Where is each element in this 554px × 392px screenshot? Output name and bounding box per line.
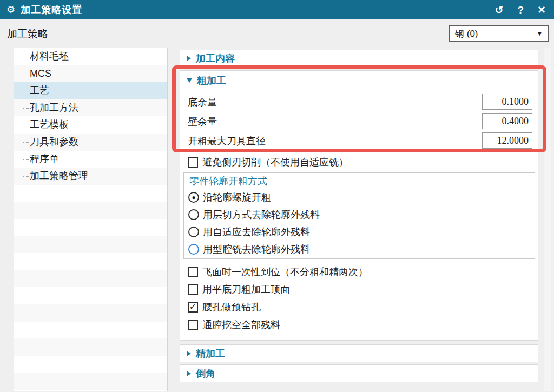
radio-icon: ● bbox=[188, 192, 199, 203]
refresh-icon[interactable]: ↺ bbox=[494, 5, 503, 15]
expand-icon bbox=[187, 56, 191, 61]
section-label: 倒角 bbox=[196, 367, 215, 380]
list-empty-row bbox=[14, 322, 167, 339]
checkbox-label: 飞面时一次性到位（不分粗和精两次） bbox=[202, 265, 368, 278]
checkbox-label: 用平底刀粗加工顶面 bbox=[202, 283, 290, 296]
sidebar-item-program-sheet[interactable]: 程序单 bbox=[14, 151, 167, 168]
radio-cavity-mill-remove-residual[interactable]: 用型腔铣去除轮廓外残料 bbox=[188, 243, 310, 256]
radio-spiral-along-contour[interactable]: ● 沿轮廓螺旋开粗 bbox=[188, 191, 271, 204]
max-rough-tool-diameter-input[interactable] bbox=[482, 132, 532, 149]
radio-label: 沿轮廓螺旋开粗 bbox=[203, 191, 271, 204]
list-empty-row bbox=[14, 236, 167, 254]
sidebar-item-strategy-management[interactable]: 加工策略管理 bbox=[14, 168, 167, 185]
section-header-chamfer[interactable]: 倒角 bbox=[180, 365, 538, 382]
flat-end-mill-top-face-checkbox[interactable]: 用平底刀粗加工顶面 bbox=[188, 283, 290, 296]
list-empty-row bbox=[14, 202, 167, 219]
bottom-allowance-input[interactable] bbox=[482, 94, 532, 110]
checkbox-icon bbox=[188, 157, 198, 168]
machining-strategy-dialog: ⚙ 加工策略设置 ↺ ? × 加工策略 钢 (0) ▼ 材料毛坯 MCS 工艺 … bbox=[0, 0, 554, 392]
section-header-machining-content[interactable]: 加工内容 bbox=[180, 50, 538, 67]
max-rough-tool-diameter-label: 开粗最大刀具直径 bbox=[188, 135, 266, 148]
checkbox-label: 通腔挖空全部残料 bbox=[202, 318, 280, 331]
material-dropdown-value: 钢 (0) bbox=[455, 28, 478, 40]
list-empty-row bbox=[14, 185, 167, 202]
section-finishing: 精加工 bbox=[180, 344, 538, 362]
sidebar-item-tools-params[interactable]: 刀具和参数 bbox=[14, 134, 167, 151]
page-title: 加工策略 bbox=[7, 27, 48, 41]
checkbox-label: 避免侧刃切削（不使用自适应铣） bbox=[202, 156, 348, 169]
help-icon[interactable]: ? bbox=[517, 5, 524, 15]
section-header-roughing[interactable]: 粗加工 bbox=[187, 74, 226, 87]
section-roughing: 粗加工 底余量 壁余量 开粗最大刀具直径 避免侧刃切削（不使用自适应铣） 零件轮… bbox=[180, 70, 538, 341]
list-empty-row bbox=[14, 287, 167, 304]
section-label: 精加工 bbox=[196, 347, 225, 360]
radio-icon bbox=[188, 244, 199, 255]
face-milling-one-pass-checkbox[interactable]: 飞面时一次性到位（不分粗和精两次） bbox=[188, 265, 368, 278]
radio-label: 用型腔铣去除轮廓外残料 bbox=[203, 243, 310, 256]
list-empty-row bbox=[14, 219, 167, 236]
list-empty-row bbox=[14, 356, 167, 373]
through-cavity-remove-all-residual-checkbox[interactable]: 通腔挖空全部残料 bbox=[188, 318, 280, 331]
expand-icon bbox=[187, 351, 191, 356]
slot-hole-predrill-checkbox[interactable]: ✓ 腰孔做预钻孔 bbox=[188, 301, 261, 314]
section-label: 加工内容 bbox=[196, 52, 235, 65]
wall-allowance-input[interactable] bbox=[482, 113, 532, 129]
checkbox-icon: ✓ bbox=[188, 302, 198, 313]
contour-roughing-mode-title: 零件轮廓开粗方式 bbox=[189, 175, 267, 188]
sidebar-item-hole-machining[interactable]: 孔加工方法 bbox=[14, 99, 167, 117]
sidebar-item-process[interactable]: 工艺 bbox=[14, 82, 167, 99]
scrollbar-track[interactable] bbox=[544, 48, 551, 391]
avoid-side-edge-cutting-checkbox[interactable]: 避免侧刃切削（不使用自适应铣） bbox=[188, 156, 348, 169]
section-machining-content: 加工内容 bbox=[180, 50, 538, 67]
sidebar-item-process-template[interactable]: 工艺模板 bbox=[14, 116, 167, 134]
checkbox-label: 腰孔做预钻孔 bbox=[202, 301, 261, 314]
checkbox-icon bbox=[188, 284, 198, 295]
close-icon[interactable]: × bbox=[538, 3, 545, 16]
radio-icon bbox=[188, 209, 199, 220]
collapse-icon bbox=[187, 78, 192, 83]
titlebar-actions: ↺ ? × bbox=[494, 3, 545, 16]
sidebar-item-material-blank[interactable]: 材料毛坯 bbox=[14, 48, 167, 65]
expand-icon bbox=[187, 371, 191, 376]
list-empty-row bbox=[14, 373, 167, 390]
sidebar-item-mcs[interactable]: MCS bbox=[14, 65, 167, 83]
chevron-down-icon: ▼ bbox=[537, 30, 543, 37]
radio-label: 用层切方式去除轮廓外残料 bbox=[203, 208, 320, 221]
radio-icon bbox=[188, 227, 199, 237]
section-chamfer: 倒角 bbox=[180, 364, 538, 382]
wall-allowance-label: 壁余量 bbox=[188, 115, 217, 128]
titlebar: ⚙ 加工策略设置 ↺ ? × bbox=[0, 0, 554, 19]
radio-layer-cut-remove-residual[interactable]: 用层切方式去除轮廓外残料 bbox=[188, 208, 320, 221]
bottom-allowance-label: 底余量 bbox=[188, 96, 217, 109]
list-empty-row bbox=[14, 270, 167, 288]
list-empty-row bbox=[14, 253, 167, 270]
radio-label: 用自适应去除轮廓外残料 bbox=[203, 225, 310, 238]
checkbox-icon bbox=[188, 320, 198, 330]
checkbox-icon bbox=[188, 267, 198, 277]
list-empty-row bbox=[14, 338, 167, 356]
section-header-finishing[interactable]: 精加工 bbox=[180, 345, 538, 362]
section-label: 粗加工 bbox=[197, 74, 226, 87]
material-dropdown[interactable]: 钢 (0) ▼ bbox=[449, 25, 549, 42]
gear-icon: ⚙ bbox=[6, 5, 15, 15]
list-empty-row bbox=[14, 304, 167, 322]
radio-adaptive-remove-residual[interactable]: 用自适应去除轮廓外残料 bbox=[188, 225, 310, 238]
contour-roughing-mode-group: 零件轮廓开粗方式 ● 沿轮廓螺旋开粗 用层切方式去除轮廓外残料 用自适应去除轮廓… bbox=[183, 172, 535, 259]
dialog-title: 加工策略设置 bbox=[21, 3, 82, 16]
strategy-tree-list: 材料毛坯 MCS 工艺 孔加工方法 工艺模板 刀具和参数 程序单 加工策略管理 bbox=[14, 48, 168, 391]
